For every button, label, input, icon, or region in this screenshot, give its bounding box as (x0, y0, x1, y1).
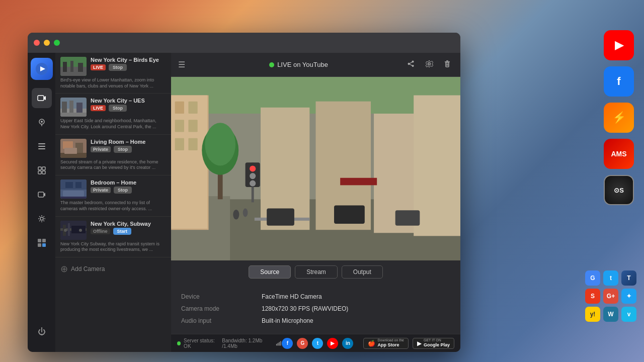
apple-store-text: Download on the App Store (377, 338, 404, 348)
stop-btn-4[interactable]: Stop (114, 187, 132, 194)
svg-rect-17 (38, 239, 41, 242)
minimize-button[interactable] (44, 40, 50, 46)
camera-item-bedroom[interactable]: Bedroom – Home Private Stop The master b… (55, 175, 171, 216)
svg-point-5 (41, 121, 43, 123)
share-button[interactable] (405, 58, 417, 72)
stop-btn-1[interactable]: Stop (109, 64, 127, 71)
sidebar-item-list[interactable] (32, 136, 52, 156)
svg-rect-32 (76, 103, 83, 113)
svg-point-50 (64, 229, 67, 232)
audio-input-value: Built-in Microphone (262, 317, 313, 324)
camera-item-nyc-birds-eye[interactable]: New York City – Birds Eye LIVE Stop Bird… (55, 53, 171, 94)
close-button[interactable] (34, 40, 40, 46)
svg-rect-19 (38, 243, 41, 247)
tab-output[interactable]: Output (342, 265, 383, 279)
skype-small-icon[interactable]: S (585, 289, 600, 304)
bandwidth-icon (276, 340, 282, 347)
ams-desktop-icon[interactable]: AMS (604, 139, 634, 169)
sidebar-item-map[interactable] (32, 112, 52, 132)
sidebar-item-cameras[interactable] (32, 88, 52, 108)
add-camera-button[interactable]: ⊕ Add Camera (55, 257, 171, 281)
svg-rect-40 (60, 179, 87, 190)
tab-stream[interactable]: Stream (295, 265, 338, 279)
s5-desktop-icon[interactable]: ⊙S (604, 175, 634, 205)
svg-rect-64 (175, 102, 184, 114)
camera-name-5: New York City, Subway (91, 221, 166, 227)
svg-rect-25 (63, 62, 67, 72)
yahoo-small-icon[interactable]: y! (585, 307, 600, 322)
grid-icon (37, 166, 46, 175)
camera-item-subway[interactable]: New York City, Subway Offline Start New … (55, 217, 171, 257)
status-badge-1: LIVE (91, 64, 106, 70)
svg-rect-92 (276, 343, 277, 345)
gplus-status-icon[interactable]: G (297, 338, 308, 349)
svg-rect-18 (42, 239, 46, 242)
live-indicator: LIVE on YouTube (192, 61, 405, 68)
sidebar-item-settings[interactable] (32, 209, 52, 229)
youtube-status-icon[interactable]: ▶ (327, 338, 338, 349)
camera-status-row-1: LIVE Stop (91, 64, 166, 71)
status-badge-3: Private (91, 146, 111, 152)
svg-rect-95 (280, 341, 281, 345)
video-area (171, 77, 460, 260)
camera-name-1: New York City – Birds Eye (91, 57, 166, 63)
app-store-badge[interactable]: 🍎 Download on the App Store (363, 338, 409, 349)
gplus-small-icon[interactable]: G+ (603, 289, 618, 304)
power-button[interactable]: ⏻ (32, 322, 52, 342)
trello-small-icon[interactable]: T (621, 270, 636, 286)
stop-btn-3[interactable]: Stop (114, 146, 132, 153)
svg-point-91 (243, 209, 248, 217)
svg-rect-41 (63, 191, 84, 197)
live-dot (269, 62, 274, 67)
facebook-status-icon[interactable]: f (282, 338, 293, 349)
titlebar (28, 33, 460, 53)
tab-source[interactable]: Source (249, 265, 291, 279)
svg-rect-26 (70, 61, 73, 72)
delete-button[interactable] (441, 58, 453, 72)
camera-item-living-room[interactable]: Living Room – Home Private Stop Secured … (55, 135, 171, 175)
svg-point-89 (250, 180, 256, 187)
svg-rect-8 (38, 146, 45, 147)
main-window: ⏻ New York City (28, 33, 460, 352)
svg-rect-10 (38, 167, 41, 170)
app-logo[interactable] (31, 58, 53, 80)
svg-rect-78 (414, 96, 460, 236)
facebook-desktop-icon[interactable]: f (604, 66, 634, 97)
google-store-text: GET IT ON Google Play (424, 338, 450, 348)
camera-desc-2: Upper East Side and neighborhood, Manhat… (60, 118, 166, 130)
sidebar-item-video[interactable] (32, 185, 52, 205)
sidebar-item-grid[interactable] (32, 160, 52, 180)
camera-item-nyc-ues[interactable]: New York City – UES LIVE Stop Upper East… (55, 94, 171, 134)
svg-rect-93 (278, 343, 279, 345)
thunder-desktop-icon[interactable]: ⚡ (604, 103, 634, 133)
store-badges: 🍎 Download on the App Store ▶ GET IT ON … (363, 338, 454, 349)
settings-button[interactable] (423, 58, 435, 72)
tweetdeck-small-icon[interactable]: t (603, 270, 618, 286)
map-icon (37, 118, 46, 127)
twitter-status-icon[interactable]: t (312, 338, 323, 349)
google-play-badge[interactable]: ▶ GET IT ON Google Play (413, 338, 454, 349)
device-value: FaceTime HD Camera (262, 293, 322, 300)
youtube-desktop-icon[interactable]: ▶ (604, 30, 634, 60)
server-status-text: Server status: OK (184, 338, 219, 349)
maximize-button[interactable] (54, 40, 60, 46)
stop-btn-2[interactable]: Stop (109, 105, 127, 112)
twitter-small-icon[interactable]: ✦ (621, 289, 636, 304)
svg-rect-48 (68, 223, 70, 236)
status-left: Server status: OK Bandwidth: 1.2Mb /1.4M… (177, 338, 282, 349)
camera-info-2: New York City – UES LIVE Stop (91, 98, 166, 113)
menu-icon[interactable]: ☰ (178, 60, 185, 69)
right-panel: ☰ LIVE on YouTube (171, 53, 460, 352)
start-btn-5[interactable]: Start (113, 228, 132, 235)
svg-rect-94 (279, 342, 280, 345)
google-small-icon[interactable]: G (585, 270, 600, 286)
sidebar-item-plus[interactable] (32, 233, 52, 253)
camera-desc-3: Secured stream of a private residence, t… (60, 159, 166, 171)
bandwidth-text: Bandwidth: 1.2Mb /1.4Mb (222, 338, 273, 349)
google-play-icon: ▶ (417, 340, 422, 347)
linkedin-status-icon[interactable]: in (342, 338, 353, 349)
camera-status-row-5: Offline Start (91, 228, 166, 235)
wordpress-small-icon[interactable]: W (603, 307, 618, 322)
vimeo-small-icon[interactable]: v (621, 307, 636, 322)
svg-point-90 (233, 210, 239, 219)
